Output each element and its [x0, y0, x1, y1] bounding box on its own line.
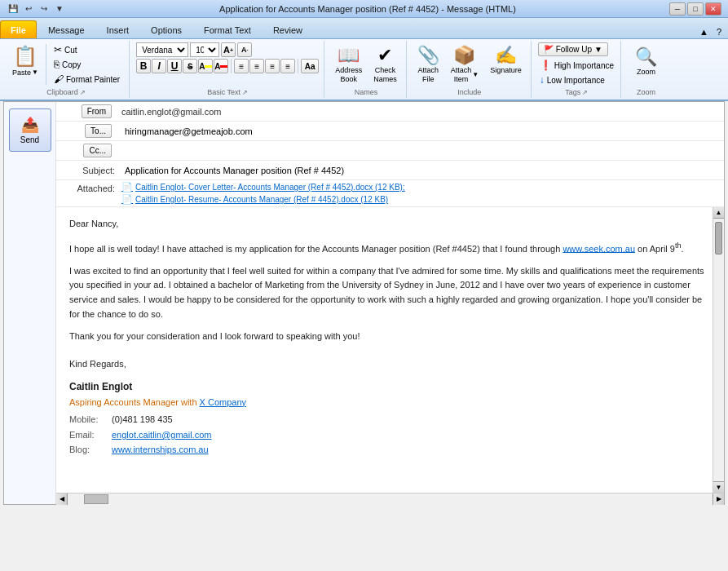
close-button[interactable]: ✕ — [705, 2, 721, 15]
sig-mobile-label: Mobile: — [69, 413, 112, 427]
align-left-btn[interactable]: ≡ — [234, 59, 249, 73]
h-scroll-thumb[interactable] — [84, 494, 108, 504]
zoom-button[interactable]: 🔍 Zoom — [628, 42, 664, 80]
scroll-up-btn[interactable]: ▲ — [713, 207, 724, 219]
follow-up-button[interactable]: 🚩 Follow Up ▼ — [538, 42, 608, 56]
minimize-button[interactable]: ─ — [669, 2, 686, 15]
font-size-decrease-btn[interactable]: A- — [237, 42, 252, 57]
paste-label: Paste — [12, 69, 31, 77]
high-importance-button[interactable]: ❗ High Importance — [538, 59, 615, 72]
basic-text-group-label: Basic Text — [207, 88, 240, 96]
subject-input[interactable] — [121, 164, 724, 177]
paste-button[interactable]: 📋 Paste ▼ — [8, 42, 42, 80]
format-row: B I U S̶ A A ≡ ≡ ≡ ≡ Aa — [136, 59, 319, 73]
save-qa-btn[interactable]: 💾 — [7, 2, 20, 15]
cut-button[interactable]: ✂ Cut — [50, 42, 124, 57]
align-right-btn[interactable]: ≡ — [265, 59, 280, 73]
maximize-button[interactable]: □ — [687, 2, 704, 15]
ribbon-expand-btn[interactable]: ▲ — [696, 25, 712, 38]
sig-mobile-row: Mobile: (0)481 198 435 — [69, 413, 709, 427]
tab-review[interactable]: Review — [263, 20, 313, 38]
attachment-1[interactable]: 📄 Caitlin Englot- Cover Letter- Accounts… — [121, 182, 405, 193]
qa-dropdown-btn[interactable]: ▼ — [53, 2, 66, 15]
font-family-select[interactable]: Verdana — [136, 42, 188, 57]
font-size-select[interactable]: 10.5 — [190, 42, 219, 57]
ribbon-tab-bar: File Message Insert Options Format Text … — [0, 18, 728, 39]
tab-format-text[interactable]: Format Text — [193, 20, 262, 38]
attach-file-button[interactable]: 📎 AttachFile — [413, 42, 443, 86]
cc-input[interactable] — [121, 144, 724, 157]
font-size-increase-btn[interactable]: A+ — [221, 42, 236, 57]
tab-file[interactable]: File — [0, 20, 37, 38]
window-title: Application for Accounts Manager positio… — [66, 4, 669, 14]
underline-btn[interactable]: U — [167, 59, 182, 73]
sig-name: Caitlin Englot — [69, 379, 709, 395]
cut-label: Cut — [64, 46, 77, 55]
from-label: From — [56, 104, 121, 118]
more-btn[interactable]: Aa — [301, 59, 319, 73]
check-names-icon: ✔ — [377, 45, 392, 66]
send-button[interactable]: 📤 Send — [9, 108, 51, 152]
help-btn[interactable]: ? — [713, 25, 725, 38]
clipboard-expand-icon[interactable]: ↗ — [80, 89, 86, 96]
sig-mobile-value: (0)481 198 435 — [112, 413, 173, 427]
include-group: 📎 AttachFile 📦 AttachItem ▼ ✍ Signature … — [408, 41, 532, 98]
align-justify-btn[interactable]: ≡ — [280, 59, 295, 73]
signature-button[interactable]: ✍ Signature — [486, 42, 526, 77]
kind-regards: Kind Regards, — [69, 357, 709, 372]
sig-blog-link[interactable]: www.internships.com.au — [112, 443, 209, 458]
attachment-2[interactable]: 📄 Caitlin Englot- Resume- Accounts Manag… — [121, 194, 405, 205]
strikethrough-btn[interactable]: S̶ — [183, 59, 197, 73]
send-icon: 📤 — [18, 116, 42, 134]
h-scroll-left-btn[interactable]: ◀ — [56, 494, 68, 505]
address-book-icon: 📖 — [338, 45, 360, 66]
para1: I hope all is well today! I have attache… — [69, 240, 709, 256]
to-button[interactable]: To... — [85, 124, 112, 138]
cut-icon: ✂ — [54, 44, 62, 55]
vertical-scrollbar[interactable]: ▲ ▼ — [713, 207, 724, 493]
bold-btn[interactable]: B — [136, 59, 151, 73]
scroll-thumb[interactable] — [715, 222, 722, 255]
attach-item-button[interactable]: 📦 AttachItem ▼ — [447, 42, 483, 86]
font-color-btn[interactable]: A — [214, 59, 228, 73]
tab-insert[interactable]: Insert — [96, 20, 140, 38]
h-scroll-track[interactable] — [68, 494, 713, 505]
zoom-content: 🔍 Zoom — [628, 42, 664, 86]
cc-button[interactable]: Cc... — [83, 144, 112, 157]
seek-link[interactable]: www.seek.com.au — [563, 243, 635, 253]
to-input[interactable] — [121, 125, 724, 138]
sig-title-text: Aspiring Accounts Manager with — [69, 397, 197, 407]
para1-cont: on April 9 — [638, 243, 675, 253]
highlight-btn[interactable]: A — [198, 59, 213, 73]
zoom-group-label: Zoom — [637, 88, 655, 96]
sig-email-link[interactable]: englot.caitlin@gmail.com — [112, 428, 211, 443]
horizontal-scrollbar[interactable]: ◀ ▶ — [56, 493, 724, 504]
para1-sup: th — [675, 241, 682, 250]
tab-options[interactable]: Options — [140, 20, 192, 38]
scroll-down-btn[interactable]: ▼ — [713, 481, 724, 493]
h-scroll-right-btn[interactable]: ▶ — [713, 494, 724, 505]
tab-message[interactable]: Message — [38, 20, 95, 38]
high-importance-icon: ❗ — [540, 60, 552, 71]
paste-dropdown-icon[interactable]: ▼ — [32, 69, 38, 77]
basic-text-expand-icon[interactable]: ↗ — [242, 89, 248, 96]
from-button[interactable]: From — [82, 104, 112, 118]
attachment-1-icon: 📄 — [121, 182, 133, 193]
check-names-button[interactable]: ✔ CheckNames — [369, 42, 401, 86]
sig-company-link[interactable]: X Company — [200, 397, 246, 407]
redo-qa-btn[interactable]: ↪ — [38, 2, 51, 15]
copy-button[interactable]: ⎘ Copy — [50, 57, 124, 72]
para1-end: . — [682, 243, 684, 253]
low-importance-button[interactable]: ↓ Low Importance — [538, 73, 607, 86]
align-center-btn[interactable]: ≡ — [249, 59, 264, 73]
format-painter-button[interactable]: 🖌 Format Painter — [50, 72, 124, 86]
address-book-button[interactable]: 📖 AddressBook — [331, 42, 366, 86]
italic-btn[interactable]: I — [152, 59, 166, 73]
tags-expand-icon[interactable]: ↗ — [582, 89, 588, 96]
include-label: Include — [413, 86, 526, 96]
email-body[interactable]: Dear Nancy, I hope all is well today! I … — [56, 207, 724, 493]
sig-email-row: Email: englot.caitlin@gmail.com — [69, 428, 709, 443]
undo-qa-btn[interactable]: ↩ — [22, 2, 35, 15]
title-bar: 💾 ↩ ↪ ▼ Application for Accounts Manager… — [0, 0, 728, 18]
sep1 — [46, 44, 46, 85]
